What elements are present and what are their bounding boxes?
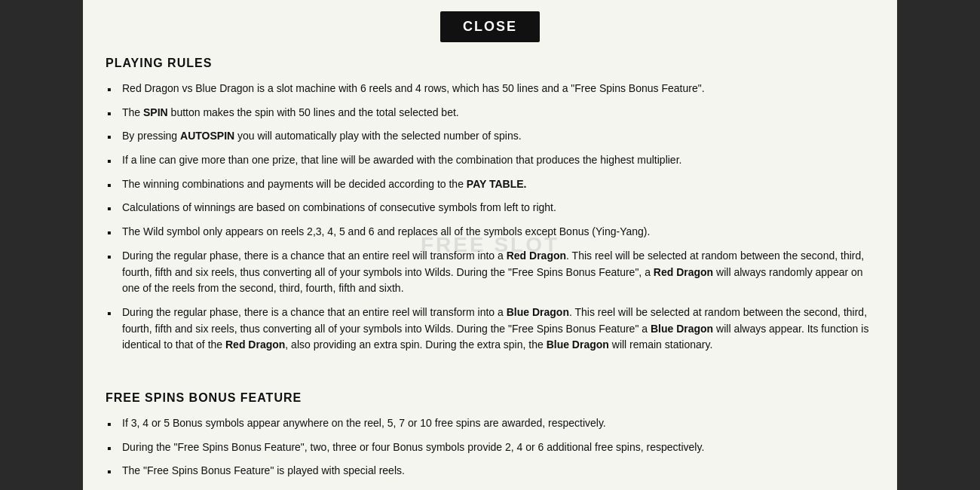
- list-item: During the "Free Spins Bonus Feature", t…: [106, 439, 874, 456]
- list-item: During the regular phase, there is a cha…: [106, 305, 874, 354]
- bold-paytable: PAY TABLE.: [467, 178, 527, 190]
- list-item: The Wild symbol only appears on reels 2,…: [106, 224, 874, 240]
- side-panel-right: [897, 0, 980, 490]
- list-item: During the regular phase, there is a cha…: [106, 248, 874, 297]
- list-item: Calculations of winnings are based on co…: [106, 200, 874, 216]
- free-spins-title: FREE SPINS BONUS FEATURE: [106, 391, 874, 405]
- list-item: The SPIN button makes the spin with 50 l…: [106, 105, 874, 121]
- list-item: The winning combinations and payments wi…: [106, 176, 874, 193]
- bold-red-dragon-1: Red Dragon: [507, 250, 566, 262]
- bold-blue-dragon-3: Blue Dragon: [547, 338, 609, 351]
- list-item: If a line can give more than one prize, …: [106, 152, 874, 169]
- list-item: By pressing AUTOSPIN you will automatica…: [106, 128, 874, 145]
- list-item: Red Dragon vs Blue Dragon is a slot mach…: [106, 81, 874, 97]
- bold-red-dragon-3: Red Dragon: [225, 338, 285, 351]
- bold-autospin: AUTOSPIN: [180, 130, 234, 142]
- side-panel-left: [0, 0, 83, 490]
- close-button[interactable]: CLOSE: [440, 11, 540, 42]
- list-item: If 3, 4 or 5 Bonus symbols appear anywhe…: [106, 415, 874, 432]
- playing-rules-title: PLAYING RULES: [106, 57, 874, 70]
- playing-rules-list: Red Dragon vs Blue Dragon is a slot mach…: [106, 81, 874, 354]
- bold-blue-dragon-1: Blue Dragon: [507, 306, 569, 318]
- free-spins-list: If 3, 4 or 5 Bonus symbols appear anywhe…: [106, 415, 874, 479]
- bold-blue-dragon-2: Blue Dragon: [651, 323, 713, 335]
- list-item: The "Free Spins Bonus Feature" is played…: [106, 463, 874, 479]
- bold-spin: SPIN: [143, 106, 168, 118]
- content-area: CLOSE PLAYING RULES Red Dragon vs Blue D…: [83, 0, 897, 490]
- bold-red-dragon-2: Red Dragon: [654, 266, 713, 278]
- outer-background: CLOSE PLAYING RULES Red Dragon vs Blue D…: [0, 0, 980, 490]
